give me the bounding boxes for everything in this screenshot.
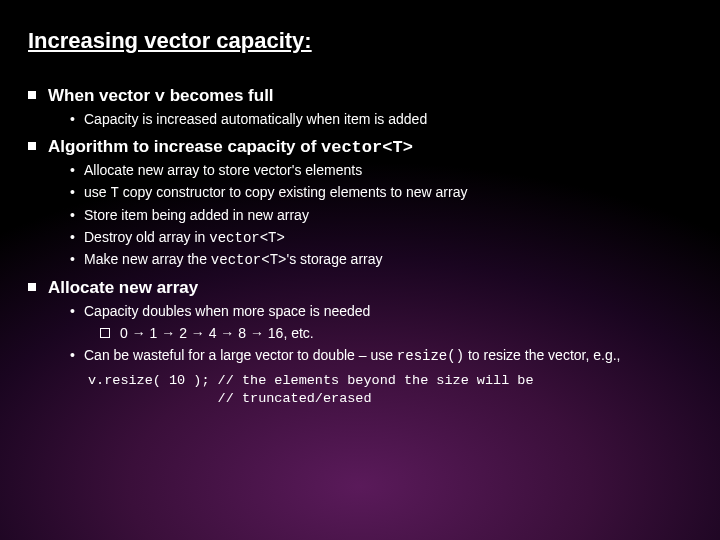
bullet-lvl2: Can be wasteful for a large vector to do…: [28, 346, 696, 366]
text: Destroy old array in: [84, 229, 209, 245]
text: use: [84, 184, 110, 200]
inline-code: T: [110, 185, 118, 201]
bullet-lvl1: When vector v becomes full: [28, 86, 696, 106]
text: copy constructor to copy existing elemen…: [119, 184, 468, 200]
bullet-lvl3: 0 → 1 → 2 → 4 → 8 → 16, etc.: [28, 324, 696, 343]
inline-code: v: [155, 87, 165, 106]
bullet-lvl2: Make new array the vector<T>'s storage a…: [28, 250, 696, 270]
slide: Increasing vector capacity: When vector …: [0, 0, 720, 408]
text: 's storage array: [286, 251, 382, 267]
bullet-lvl1: Algorithm to increase capacity of vector…: [28, 137, 696, 157]
bullet-lvl2: Allocate new array to store vector's ele…: [28, 161, 696, 180]
bullet-lvl2: Capacity is increased automatically when…: [28, 110, 696, 129]
text: to resize the vector, e.g.,: [464, 347, 620, 363]
inline-code: resize(): [397, 348, 464, 364]
inline-code: vector<T>: [211, 252, 287, 268]
text: Make new array the: [84, 251, 211, 267]
bullet-lvl2: Store item being added in new array: [28, 206, 696, 225]
bullet-lvl2: Destroy old array in vector<T>: [28, 228, 696, 248]
bullet-lvl2: Capacity doubles when more space is need…: [28, 302, 696, 321]
bullet-lvl2: use T copy constructor to copy existing …: [28, 183, 696, 203]
text: Can be wasteful for a large vector to do…: [84, 347, 397, 363]
text: becomes full: [165, 86, 274, 105]
code-block: v.resize( 10 ); // the elements beyond t…: [88, 372, 696, 408]
bullet-lvl1: Allocate new array: [28, 278, 696, 298]
inline-code: vector<T>: [321, 138, 413, 157]
slide-title: Increasing vector capacity:: [28, 28, 696, 54]
text: Algorithm to increase capacity of: [48, 137, 321, 156]
text: When vector: [48, 86, 155, 105]
inline-code: vector<T>: [209, 230, 285, 246]
